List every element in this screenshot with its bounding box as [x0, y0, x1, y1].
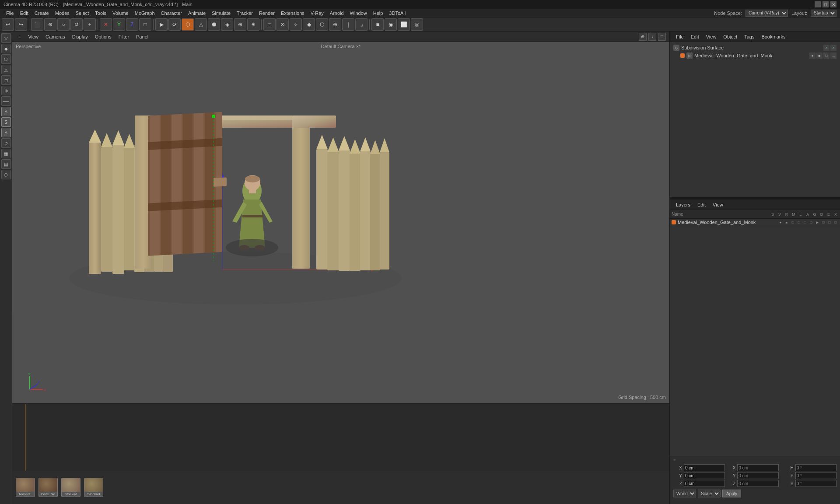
layer-icon-solo[interactable]: ●: [778, 220, 783, 225]
layers-view[interactable]: View: [710, 201, 726, 208]
hair-button[interactable]: ⬡: [316, 18, 328, 31]
layers-label[interactable]: Layers: [673, 201, 693, 208]
live-select-button[interactable]: ⬛: [31, 18, 43, 31]
obj-icon-render[interactable]: □: [823, 52, 830, 59]
obj-medieval-gate[interactable]: ▷ Medieval_Wooden_Gate_and_Monk ● ■ □ …: [672, 52, 838, 60]
axis-y-button[interactable]: Y: [113, 18, 125, 31]
world-select[interactable]: World: [673, 490, 696, 497]
obj-icon-check2[interactable]: ✓: [830, 45, 836, 51]
timeline-track[interactable]: [12, 404, 669, 471]
menu-mograph[interactable]: MoGraph: [132, 10, 158, 17]
menu-modes[interactable]: Modes: [52, 10, 72, 17]
menu-edit[interactable]: Edit: [18, 10, 31, 17]
menu-animate[interactable]: Animate: [186, 10, 208, 17]
redo-button[interactable]: ↪: [15, 18, 27, 31]
left-tool-s2[interactable]: S: [1, 117, 11, 127]
left-tool-poly[interactable]: ◆: [1, 44, 11, 53]
coord-xr-input[interactable]: [737, 464, 778, 471]
char-button[interactable]: |: [342, 18, 354, 31]
left-tool-grid[interactable]: ▦: [1, 149, 11, 158]
obj-icon-check1[interactable]: ✓: [823, 45, 830, 51]
left-tool-uvw[interactable]: ▤: [1, 159, 11, 169]
node-space-select[interactable]: Current (V-Ray): [746, 10, 788, 17]
layer-icon-m[interactable]: □: [796, 220, 802, 225]
left-tool-obj[interactable]: ◻: [1, 75, 11, 85]
menu-tools[interactable]: Tools: [92, 10, 109, 17]
coord-zr-input[interactable]: [737, 480, 778, 487]
left-tool-s1[interactable]: S: [1, 107, 11, 116]
render-view-button[interactable]: ⬡: [182, 18, 194, 31]
motion-button[interactable]: ⊕: [329, 18, 341, 31]
play-button[interactable]: ▶: [155, 18, 168, 31]
menu-render[interactable]: Render: [256, 10, 277, 17]
move-tool-button[interactable]: ⊕: [44, 18, 56, 31]
left-tool-line[interactable]: —: [1, 96, 11, 106]
coord-p-input[interactable]: [795, 472, 836, 479]
menu-select[interactable]: Select: [73, 10, 92, 17]
left-tool-point[interactable]: △: [1, 65, 11, 74]
layer-item-medieval[interactable]: Medieval_Wooden_Gate_and_Monk ● ■ □ □ □ …: [670, 219, 840, 226]
layer-icon-x[interactable]: □: [833, 220, 838, 225]
material-manager-button[interactable]: ◈: [221, 18, 233, 31]
coord-system-button[interactable]: □: [139, 18, 151, 31]
obj-icon-eye[interactable]: ●: [809, 52, 816, 59]
layers-edit[interactable]: Edit: [695, 201, 708, 208]
menu-character[interactable]: Character: [158, 10, 185, 17]
left-tool-model[interactable]: ▽: [1, 33, 11, 43]
viewport-3d[interactable]: Perspective Default Camera ×* Grid Spaci…: [12, 42, 669, 403]
vp-icon-maximize[interactable]: ⊕: [639, 33, 647, 41]
scale-select[interactable]: Scale: [698, 490, 721, 497]
material-thumb-gate[interactable]: Gate_Ne: [38, 478, 58, 497]
left-tool-hex[interactable]: ⬡: [1, 170, 11, 179]
left-tool-select[interactable]: ⊕: [1, 86, 11, 95]
coord-yr-input[interactable]: [737, 472, 778, 479]
vp-menu-filter[interactable]: Filter: [116, 33, 132, 40]
menu-volume[interactable]: Volume: [110, 10, 131, 17]
obj-subdivision-surface[interactable]: ◇ Subdivision Surface ✓ ✓: [672, 44, 838, 52]
layer-icon-r[interactable]: □: [790, 220, 795, 225]
layer-icon-g[interactable]: ▶: [815, 220, 820, 225]
obj-object[interactable]: Object: [721, 33, 740, 40]
viewport-container[interactable]: ≡ View Cameras Display Options Filter Pa…: [12, 32, 669, 403]
obj-view[interactable]: View: [704, 33, 719, 40]
render-settings-button[interactable]: △: [195, 18, 207, 31]
menu-3dtoall[interactable]: 3DToAll: [386, 10, 408, 17]
material-thumb-stockade2[interactable]: Stockad: [84, 478, 103, 497]
coord-b-input[interactable]: [795, 480, 836, 487]
coord-y-input[interactable]: [684, 472, 725, 479]
vp-icon-layout[interactable]: □: [658, 33, 666, 41]
display-button[interactable]: ■: [371, 18, 384, 31]
material-thumb-stockade1[interactable]: Stockad: [61, 478, 80, 497]
layer-icon-e[interactable]: □: [827, 220, 832, 225]
maximize-button[interactable]: □: [822, 1, 829, 7]
layer-icon-a[interactable]: □: [808, 220, 814, 225]
render-region-button[interactable]: ⟳: [168, 18, 181, 31]
undo-button[interactable]: ↩: [2, 18, 14, 31]
layer-icon-l[interactable]: □: [802, 220, 808, 225]
obj-tags[interactable]: Tags: [742, 33, 757, 40]
close-button[interactable]: ✕: [830, 1, 836, 7]
material-thumb-ancient[interactable]: Ancient_: [16, 478, 35, 497]
obj-icon-traffic[interactable]: ■: [816, 52, 822, 59]
menu-tracker[interactable]: Tracker: [234, 10, 256, 17]
scale-tool-button[interactable]: ○: [57, 18, 70, 31]
obj-icon-more[interactable]: …: [830, 52, 836, 59]
menu-help[interactable]: Help: [371, 10, 386, 17]
light-button[interactable]: ✷: [247, 18, 259, 31]
apply-button[interactable]: Apply: [722, 490, 741, 497]
obj-file[interactable]: File: [673, 33, 686, 40]
menu-extensions[interactable]: Extensions: [278, 10, 307, 17]
lamp-button[interactable]: ⟓: [355, 18, 368, 31]
sculpt-button[interactable]: ◆: [303, 18, 315, 31]
view-button[interactable]: ⬜: [398, 18, 410, 31]
coord-h-input[interactable]: [795, 464, 836, 471]
render-queue-button[interactable]: ⬟: [208, 18, 220, 31]
picture-viewer-button[interactable]: ⊕: [234, 18, 246, 31]
rotate-tool-button[interactable]: ↺: [70, 18, 83, 31]
menu-simulate[interactable]: Simulate: [209, 10, 233, 17]
vp-menu-view[interactable]: View: [25, 33, 41, 40]
vp-menu-options[interactable]: Options: [92, 33, 114, 40]
vp-menu-display[interactable]: Display: [70, 33, 91, 40]
vp-menu-panel[interactable]: Panel: [133, 33, 151, 40]
left-tool-s3[interactable]: S: [1, 128, 11, 137]
